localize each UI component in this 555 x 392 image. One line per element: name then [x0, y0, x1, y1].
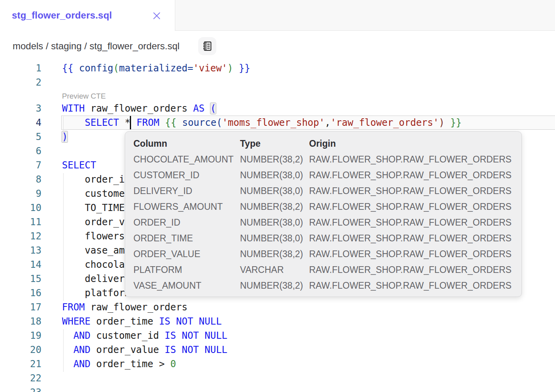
- column-info-popup: ColumnTypeOriginCHOCOLATE_AMOUNTNUMBER(3…: [125, 131, 522, 297]
- code-token: [62, 117, 85, 128]
- code-line[interactable]: 1{{ config(materialized='view') }}: [0, 61, 555, 75]
- indent-guide: [63, 173, 64, 301]
- code-line[interactable]: 3WITH raw_flower_orders AS (: [0, 101, 555, 116]
- column-type: NUMBER(38,0): [240, 215, 303, 230]
- code-token: order_i: [62, 174, 125, 185]
- code-line[interactable]: 22: [0, 371, 555, 385]
- code-token: [131, 117, 136, 128]
- code-token: }}: [239, 63, 250, 74]
- code-token: ): [439, 117, 444, 128]
- code-text[interactable]: AND order_time > 0: [61, 357, 555, 371]
- column-type: NUMBER(38,2): [240, 151, 303, 167]
- code-lens[interactable]: Preview CTE: [0, 90, 555, 101]
- column-name: FLOWERS_AMOUNT: [133, 199, 223, 215]
- line-number: 16: [0, 286, 41, 300]
- code-line[interactable]: 19 AND customer_id IS NOT NULL: [0, 329, 555, 343]
- column-type: VARCHAR: [240, 262, 284, 278]
- column-type: NUMBER(38,2): [240, 278, 303, 293]
- code-text[interactable]: [61, 385, 555, 392]
- code-token: [62, 358, 73, 370]
- code-line[interactable]: 17FROM raw_flower_orders: [0, 300, 555, 314]
- column-origin: RAW.FLOWER_SHOP.RAW_FLOWER_ORDERS: [309, 278, 512, 293]
- column-name: CHOCOLATE_AMOUNT: [133, 151, 234, 167]
- code-text[interactable]: WHERE order_time IS NOT NULL: [61, 314, 555, 329]
- line-number: 22: [0, 371, 41, 385]
- code-token: platform: [62, 287, 130, 299]
- tab-stg-flower-orders[interactable]: stg_flower_orders.sql: [0, 0, 175, 31]
- table-row: DELIVERY_IDNUMBER(38,0)RAW.FLOWER_SHOP.R…: [125, 183, 521, 199]
- code-line[interactable]: 23: [0, 385, 555, 392]
- code-text[interactable]: FROM raw_flower_orders: [61, 300, 555, 314]
- line-number: 2: [0, 75, 41, 90]
- code-token: (: [113, 63, 119, 74]
- code-token: order_value: [90, 344, 165, 355]
- code-token: ): [227, 63, 233, 74]
- code-token: IS NOT NULL: [159, 316, 222, 327]
- code-token: IS NOT NULL: [165, 344, 227, 355]
- close-icon[interactable]: [151, 10, 162, 21]
- code-line[interactable]: 4 SELECT * FROM {{ source('moms_flower_s…: [0, 116, 555, 130]
- code-token: WHERE: [62, 316, 90, 327]
- code-token: FROM: [137, 117, 159, 128]
- breadcrumb: models / staging / stg_flower_orders.sql: [13, 31, 180, 61]
- line-number: 4: [0, 116, 41, 130]
- code-line[interactable]: 2: [0, 75, 555, 90]
- code-token: AND: [73, 330, 90, 341]
- line-number: 18: [0, 314, 41, 329]
- code-text[interactable]: AND customer_id IS NOT NULL: [61, 329, 555, 343]
- tab-title: stg_flower_orders.sql: [12, 10, 112, 21]
- code-token: [444, 117, 450, 128]
- code-token: [233, 63, 239, 74]
- line-number: 13: [0, 243, 41, 258]
- column-type: NUMBER(38,2): [240, 246, 303, 262]
- code-token: {{: [62, 63, 79, 74]
- column-origin: RAW.FLOWER_SHOP.RAW_FLOWER_ORDERS: [309, 246, 512, 262]
- popup-header-type: Type: [240, 136, 261, 151]
- popup-header-column: Column: [133, 136, 167, 151]
- column-type: NUMBER(38,0): [240, 230, 303, 246]
- column-origin: RAW.FLOWER_SHOP.RAW_FLOWER_ORDERS: [309, 262, 512, 278]
- code-token: 'raw_flower_orders': [330, 117, 439, 128]
- code-text[interactable]: WITH raw_flower_orders AS (: [61, 101, 555, 116]
- code-token: deliver: [62, 273, 125, 284]
- line-number: 12: [0, 229, 41, 243]
- line-number: 19: [0, 329, 41, 343]
- column-origin: RAW.FLOWER_SHOP.RAW_FLOWER_ORDERS: [309, 167, 512, 183]
- code-editor[interactable]: 1{{ config(materialized='view') }}2Previ…: [0, 61, 555, 392]
- code-token: AND: [73, 344, 90, 355]
- column-name: CUSTOMER_ID: [133, 167, 199, 183]
- code-token: [159, 117, 165, 128]
- code-token: [62, 330, 73, 341]
- code-text[interactable]: AND order_value IS NOT NULL: [61, 343, 555, 357]
- code-text[interactable]: SELECT * FROM {{ source('moms_flower_sho…: [61, 116, 555, 130]
- code-token: custome: [62, 188, 125, 199]
- code-token: 0: [171, 358, 176, 370]
- code-token: AND: [73, 358, 90, 370]
- code-lens-label[interactable]: Preview CTE: [62, 92, 106, 100]
- code-token: [176, 117, 182, 128]
- table-row: ORDER_VALUENUMBER(38,2)RAW.FLOWER_SHOP.R…: [125, 246, 521, 262]
- column-name: ORDER_TIME: [133, 230, 193, 246]
- column-name: ORDER_VALUE: [133, 246, 201, 262]
- code-text[interactable]: [61, 75, 555, 90]
- code-token: 'moms_flower_shop': [222, 117, 325, 128]
- code-line[interactable]: 18WHERE order_time IS NOT NULL: [0, 314, 555, 329]
- code-token: }}: [450, 117, 462, 128]
- code-text[interactable]: {{ config(materialized='view') }}: [61, 61, 555, 75]
- code-line[interactable]: 21 AND order_time > 0: [0, 357, 555, 371]
- column-type: NUMBER(38,2): [240, 199, 303, 215]
- code-token: raw_flower_orders: [85, 103, 193, 114]
- file-docs-button[interactable]: [198, 37, 216, 55]
- code-token: ): [62, 131, 68, 142]
- column-origin: RAW.FLOWER_SHOP.RAW_FLOWER_ORDERS: [309, 230, 512, 246]
- code-token: chocola: [62, 259, 125, 270]
- column-origin: RAW.FLOWER_SHOP.RAW_FLOWER_ORDERS: [309, 151, 512, 167]
- code-token: *: [119, 117, 131, 128]
- text-cursor: [130, 116, 131, 129]
- line-number: 8: [0, 172, 41, 187]
- code-token: WITH: [62, 103, 85, 114]
- code-line[interactable]: 20 AND order_value IS NOT NULL: [0, 343, 555, 357]
- code-token: source: [182, 117, 216, 128]
- column-type: NUMBER(38,0): [240, 183, 303, 199]
- code-text[interactable]: [61, 371, 555, 385]
